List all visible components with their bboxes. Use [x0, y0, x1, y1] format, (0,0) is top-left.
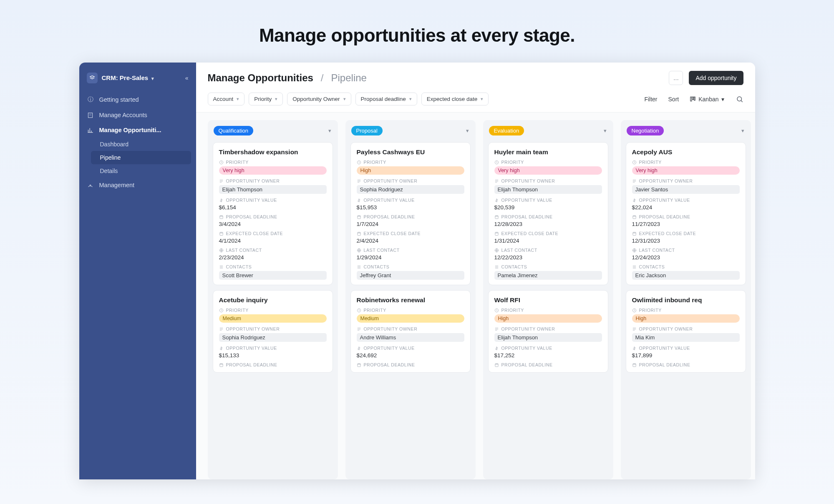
- more-actions-button[interactable]: …: [669, 71, 683, 85]
- value-text: $17,252: [494, 352, 602, 359]
- search-button[interactable]: [736, 95, 743, 103]
- filter-button[interactable]: Filter: [641, 93, 660, 105]
- column-menu-button[interactable]: ▾: [604, 128, 607, 134]
- card-field: EXPECTED CLOSE DATE 4/1/2024: [219, 231, 327, 244]
- svg-rect-2: [692, 97, 693, 100]
- clock-icon: [494, 308, 499, 313]
- workspace-title-label: CRM: Pre-Sales: [102, 74, 149, 81]
- kanban-column: Negotiation ▾ Acepoly AUS PRIORITY Very …: [621, 120, 751, 479]
- field-label: OPPORTUNITY OWNER: [632, 326, 740, 331]
- globe-icon: [632, 248, 637, 253]
- chip-label: Opportunity Owner: [292, 96, 340, 102]
- card-title: Payless Cashways EU: [357, 148, 464, 156]
- add-opportunity-button[interactable]: Add opportunity: [689, 71, 743, 85]
- column-menu-button[interactable]: ▾: [741, 128, 744, 134]
- workspace-title[interactable]: CRM: Pre-Sales ▾: [102, 74, 181, 82]
- field-label: OPPORTUNITY VALUE: [632, 198, 740, 203]
- card-field: LAST CONTACT 2/23/2024: [219, 248, 327, 261]
- list-icon: [632, 179, 637, 183]
- page-title: Manage Opportunities: [208, 72, 313, 84]
- card-field: OPPORTUNITY VALUE $17,899: [632, 346, 740, 359]
- sidebar-item-management[interactable]: Management: [79, 178, 196, 193]
- opportunity-card[interactable]: Owlimited inbound req PRIORITY High OPPO…: [626, 290, 746, 373]
- field-label: OPPORTUNITY VALUE: [357, 198, 464, 203]
- card-field: OPPORTUNITY OWNER Sophia Rodriguez: [357, 178, 464, 194]
- opportunity-card[interactable]: Timbershadow expansion PRIORITY Very hig…: [213, 142, 333, 285]
- filter-priority[interactable]: Priority▾: [249, 93, 283, 105]
- card-field: CONTACTS Jeffrey Grant: [357, 264, 464, 280]
- calendar-icon: [357, 231, 361, 236]
- filter-account[interactable]: Account▾: [208, 93, 245, 105]
- opportunity-card[interactable]: Wolf RFI PRIORITY High OPPORTUNITY OWNER…: [488, 290, 608, 373]
- field-label: CONTACTS: [219, 264, 327, 269]
- column-menu-button[interactable]: ▾: [466, 128, 469, 134]
- stage-pill[interactable]: Negotiation: [627, 126, 664, 135]
- collapse-sidebar-button[interactable]: «: [185, 75, 189, 81]
- card-field: PROPOSAL DEADLINE: [219, 362, 327, 367]
- kanban-board: Qualification ▾ Timbershadow expansion P…: [196, 113, 755, 479]
- card-field: OPPORTUNITY OWNER Andre Williams: [357, 326, 464, 342]
- sidebar-item-manage-opportunities[interactable]: Manage Opportuniti...: [79, 123, 196, 138]
- opportunity-card[interactable]: Acetube inquiry PRIORITY Medium OPPORTUN…: [213, 290, 333, 373]
- chevron-down-icon: ▾: [151, 76, 154, 81]
- card-field: EXPECTED CLOSE DATE 1/31/2024: [494, 231, 602, 244]
- main-content: Manage Opportunities / Pipeline … Add op…: [196, 63, 755, 479]
- field-label: PROPOSAL DEADLINE: [494, 214, 602, 219]
- chevron-down-icon: ▾: [275, 96, 277, 102]
- opportunity-card[interactable]: Robinetworks renewal PRIORITY Medium OPP…: [350, 290, 471, 373]
- card-field: PRIORITY High: [632, 308, 740, 323]
- filter-owner[interactable]: Opportunity Owner▾: [287, 93, 351, 105]
- owner-tag: Elijah Thompson: [494, 333, 602, 342]
- svg-rect-19: [495, 232, 498, 235]
- column-menu-button[interactable]: ▾: [328, 128, 331, 134]
- sidebar-item-getting-started[interactable]: ⓘ Getting started: [79, 92, 196, 108]
- filter-close-date[interactable]: Expected close date▾: [421, 93, 489, 105]
- chevron-down-icon: ▾: [481, 96, 483, 102]
- sidebar: CRM: Pre-Sales ▾ « ⓘ Getting started Man…: [79, 63, 196, 479]
- card-field: OPPORTUNITY VALUE $15,953: [357, 198, 464, 211]
- view-mode-selector[interactable]: Kanban ▾: [686, 93, 727, 105]
- field-label: OPPORTUNITY OWNER: [357, 178, 464, 183]
- calendar-icon: [357, 363, 361, 367]
- stage-pill[interactable]: Qualification: [214, 126, 254, 135]
- calendar-icon: [219, 363, 224, 367]
- svg-rect-1: [690, 97, 692, 101]
- sidebar-item-label: Management: [99, 182, 135, 188]
- dollar-icon: [357, 346, 361, 351]
- stage-pill[interactable]: Evaluation: [489, 126, 524, 135]
- filter-deadline[interactable]: Proposal deadline▾: [355, 93, 417, 105]
- svg-rect-24: [632, 216, 635, 218]
- opportunity-card[interactable]: Huyler main team PRIORITY Very high OPPO…: [488, 142, 608, 285]
- list-icon: [632, 265, 637, 269]
- field-label: PRIORITY: [632, 308, 740, 313]
- chip-label: Priority: [254, 96, 272, 102]
- building-icon: [87, 112, 94, 118]
- column-header: Evaluation ▾: [488, 125, 608, 137]
- field-label: PROPOSAL DEADLINE: [632, 214, 740, 219]
- sidebar-item-manage-accounts[interactable]: Manage Accounts: [79, 108, 196, 123]
- chip-label: Expected close date: [427, 96, 478, 102]
- opportunity-card[interactable]: Payless Cashways EU PRIORITY High OPPORT…: [350, 142, 471, 285]
- card-field: PRIORITY Very high: [219, 160, 327, 175]
- info-icon: ⓘ: [87, 96, 94, 103]
- search-icon: [736, 95, 743, 103]
- card-field: OPPORTUNITY OWNER Elijah Thompson: [494, 326, 602, 342]
- sidebar-subitem-pipeline[interactable]: Pipeline: [91, 151, 191, 164]
- owner-tag: Mia Kim: [632, 333, 740, 342]
- dollar-icon: [632, 198, 637, 203]
- chip-label: Proposal deadline: [361, 96, 406, 102]
- card-field: PRIORITY Very high: [632, 160, 740, 175]
- svg-rect-6: [219, 216, 222, 218]
- contact-tag: Pamela Jimenez: [494, 271, 602, 280]
- sort-button[interactable]: Sort: [665, 93, 683, 105]
- opportunity-card[interactable]: Acepoly AUS PRIORITY Very high OPPORTUNI…: [626, 142, 746, 285]
- field-label: PRIORITY: [357, 308, 464, 313]
- card-field: PRIORITY High: [357, 160, 464, 175]
- stage-pill[interactable]: Proposal: [351, 126, 383, 135]
- list-icon: [219, 265, 224, 269]
- toolbar: Account▾ Priority▾ Opportunity Owner▾ Pr…: [196, 90, 755, 113]
- sidebar-subitem-details[interactable]: Details: [91, 164, 196, 178]
- sidebar-subitem-dashboard[interactable]: Dashboard: [91, 138, 196, 151]
- kanban-icon: [690, 96, 696, 102]
- contact-tag: Eric Jackson: [632, 271, 740, 280]
